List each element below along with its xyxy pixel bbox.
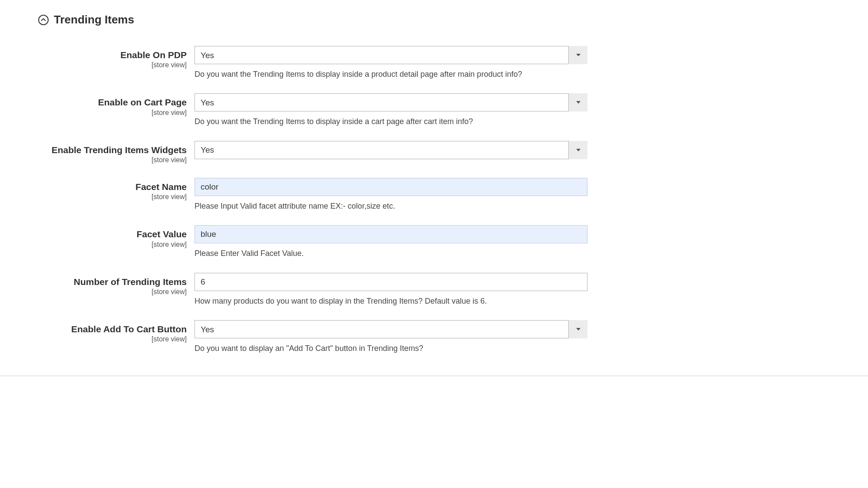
field-scope: [store view] <box>38 156 187 164</box>
input-col: Please Input Valid facet attribute name … <box>195 178 587 211</box>
field-row-facet-value: Facet Value [store view] Please Enter Va… <box>0 225 868 259</box>
input-col: How many products do you want to display… <box>195 273 587 306</box>
field-row-enable-widgets: Enable Trending Items Widgets [store vie… <box>0 141 868 164</box>
help-text: Please Input Valid facet attribute name … <box>195 201 587 211</box>
input-col: Yes Do you want to display an "Add To Ca… <box>195 320 587 354</box>
section-header[interactable]: Trending Items <box>0 9 868 31</box>
label-col: Facet Value [store view] <box>38 225 195 259</box>
help-text: Do you want to display an "Add To Cart" … <box>195 344 587 354</box>
field-row-num-items: Number of Trending Items [store view] Ho… <box>0 273 868 306</box>
num-items-input[interactable] <box>195 273 587 291</box>
field-scope: [store view] <box>38 193 187 201</box>
facet-value-input[interactable] <box>195 225 587 243</box>
label-col: Facet Name [store view] <box>38 178 195 211</box>
chevron-up-icon <box>41 18 46 22</box>
input-col: Yes Do you want the Trending Items to di… <box>195 93 587 127</box>
collapse-toggle-icon[interactable] <box>38 15 49 25</box>
section-divider <box>0 376 868 376</box>
select-wrapper: Yes <box>195 141 587 159</box>
input-col: Please Enter Valid Facet Value. <box>195 225 587 259</box>
label-col: Enable Trending Items Widgets [store vie… <box>38 141 195 164</box>
input-col: Yes Do you want the Trending Items to di… <box>195 46 587 79</box>
label-col: Enable On PDP [store view] <box>38 46 195 79</box>
field-label: Enable Trending Items Widgets <box>38 144 187 155</box>
help-text: How many products do you want to display… <box>195 296 587 306</box>
input-col: Yes <box>195 141 587 164</box>
field-scope: [store view] <box>38 241 187 249</box>
enable-cart-select[interactable]: Yes <box>195 93 587 111</box>
field-scope: [store view] <box>38 61 187 69</box>
label-col: Enable Add To Cart Button [store view] <box>38 320 195 354</box>
help-text: Do you want the Trending Items to displa… <box>195 69 587 79</box>
enable-widgets-select[interactable]: Yes <box>195 141 587 159</box>
field-row-enable-cart: Enable on Cart Page [store view] Yes Do … <box>0 93 868 127</box>
enable-add-to-cart-select[interactable]: Yes <box>195 320 587 338</box>
label-col: Number of Trending Items [store view] <box>38 273 195 306</box>
select-wrapper: Yes <box>195 46 587 64</box>
help-text: Please Enter Valid Facet Value. <box>195 249 587 259</box>
section-title: Trending Items <box>54 13 134 26</box>
field-label: Enable On PDP <box>38 49 187 60</box>
facet-name-input[interactable] <box>195 178 587 196</box>
field-scope: [store view] <box>38 335 187 343</box>
field-label: Enable Add To Cart Button <box>38 324 187 334</box>
field-scope: [store view] <box>38 288 187 296</box>
field-label: Facet Value <box>38 229 187 239</box>
field-label: Enable on Cart Page <box>38 97 187 108</box>
field-scope: [store view] <box>38 109 187 117</box>
field-row-enable-pdp: Enable On PDP [store view] Yes Do you wa… <box>0 46 868 79</box>
field-row-enable-add-to-cart: Enable Add To Cart Button [store view] Y… <box>0 320 868 354</box>
enable-pdp-select[interactable]: Yes <box>195 46 587 64</box>
help-text: Do you want the Trending Items to displa… <box>195 117 587 127</box>
select-wrapper: Yes <box>195 93 587 111</box>
field-row-facet-name: Facet Name [store view] Please Input Val… <box>0 178 868 211</box>
field-label: Number of Trending Items <box>38 276 187 287</box>
select-wrapper: Yes <box>195 320 587 338</box>
field-label: Facet Name <box>38 181 187 192</box>
label-col: Enable on Cart Page [store view] <box>38 93 195 127</box>
